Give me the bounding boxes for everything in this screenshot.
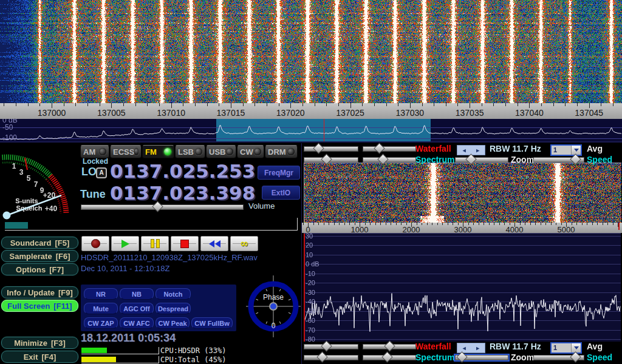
waterfall-brightness-slider[interactable] bbox=[304, 344, 358, 349]
s-meter-scale-label: +40 bbox=[45, 204, 58, 213]
mode-button-cw[interactable]: CW bbox=[237, 145, 264, 158]
dsp-button-notch[interactable]: Notch bbox=[156, 288, 191, 300]
scale-tick bbox=[39, 103, 40, 106]
avg-label: Avg bbox=[587, 144, 603, 153]
cpu-hdsdr-label: CPU:HDSDR (33%) bbox=[160, 346, 226, 355]
spectrum-brightness-slider[interactable] bbox=[304, 157, 358, 163]
speed-slider[interactable] bbox=[533, 157, 584, 163]
mode-button-lsb[interactable]: LSB bbox=[175, 145, 205, 158]
audio-waterfall-display[interactable] bbox=[304, 163, 621, 223]
rf-waterfall-display[interactable] bbox=[0, 0, 622, 103]
speed-slider[interactable] bbox=[533, 355, 584, 360]
slider-thumb[interactable] bbox=[384, 340, 395, 351]
mode-button-am[interactable]: AM bbox=[80, 145, 109, 158]
scale-tick bbox=[553, 103, 554, 106]
dsp-button-cw-peak[interactable]: CW Peak bbox=[156, 317, 190, 329]
sidebar-button-key: [F3] bbox=[51, 339, 66, 348]
dropdown-arrow-button[interactable] bbox=[571, 343, 581, 352]
spectrum-label: Spectrum bbox=[415, 352, 455, 362]
sidebar-button-options[interactable]: Options[F7] bbox=[1, 263, 78, 275]
arrow-left-icon[interactable]: ◄ bbox=[462, 345, 467, 351]
mode-button-drm[interactable]: DRM bbox=[265, 145, 298, 158]
spectrum-contrast-slider[interactable] bbox=[363, 157, 416, 163]
dsp-button-mute[interactable]: Mute bbox=[84, 303, 118, 314]
waterfall-brightness-slider[interactable] bbox=[304, 146, 358, 152]
lock-a-badge[interactable]: A bbox=[96, 167, 107, 178]
arrow-left-icon[interactable]: ◄ bbox=[462, 147, 467, 153]
pause-icon bbox=[151, 239, 160, 248]
mode-button-fm[interactable]: FM bbox=[142, 145, 174, 158]
avg-dropdown[interactable]: 1 bbox=[550, 342, 582, 354]
zoom-slider[interactable] bbox=[455, 157, 508, 163]
dropdown-arrow-button[interactable] bbox=[571, 146, 581, 155]
stop-button[interactable] bbox=[171, 236, 199, 251]
waterfall-contrast-slider[interactable] bbox=[363, 146, 416, 152]
spectrum-brightness-slider[interactable] bbox=[304, 355, 358, 360]
mode-button-usb[interactable]: USB bbox=[206, 145, 236, 158]
sidebar-button-full-screen[interactable]: Full Screen[F11] bbox=[1, 300, 78, 312]
slider-thumb[interactable] bbox=[374, 143, 384, 153]
loop-button[interactable]: ∞ bbox=[230, 236, 258, 251]
mode-button-label: CW bbox=[240, 147, 253, 157]
dsp-button-agc-off[interactable]: AGC Off bbox=[120, 303, 154, 314]
recording-date: Dec 10, 2011 - 12:10:18Z bbox=[81, 264, 169, 273]
dsp-button-nr[interactable]: NR bbox=[84, 288, 118, 300]
mode-button-ecss[interactable]: ECSS bbox=[110, 145, 142, 158]
pause-button[interactable] bbox=[141, 236, 169, 251]
slider-thumb[interactable] bbox=[321, 340, 332, 351]
play-icon bbox=[121, 240, 129, 248]
scale-tick bbox=[489, 223, 490, 225]
avg-dropdown[interactable]: 1 bbox=[550, 144, 582, 156]
sidebar-button-label: Minimize bbox=[14, 339, 47, 348]
audio-spectrum-panel[interactable]: 3020100 dB-10-20-30-40-50-60-70-80 bbox=[304, 233, 621, 342]
slider-thumb[interactable] bbox=[313, 143, 324, 153]
sidebar-button-minimize[interactable]: Minimize[F3] bbox=[1, 337, 78, 349]
play-button[interactable] bbox=[111, 236, 139, 251]
scale-tick bbox=[339, 223, 340, 225]
scale-tick bbox=[601, 103, 601, 106]
zoom-slider[interactable] bbox=[455, 355, 508, 360]
sidebar-button-info-update[interactable]: Info / Update[F9] bbox=[1, 286, 78, 298]
dsp-button-cw-zap[interactable]: CW ZAP bbox=[84, 317, 118, 329]
arrow-right-icon[interactable]: ► bbox=[475, 345, 480, 351]
sidebar-button-samplerate[interactable]: Samplerate[F6] bbox=[1, 250, 78, 262]
audio-frequency-scale[interactable]: 010002000300040005000 bbox=[302, 223, 622, 233]
dsp-button-cw-afc[interactable]: CW AFC bbox=[120, 317, 154, 329]
spectrum-contrast-slider[interactable] bbox=[363, 355, 416, 360]
tune-cursor-line[interactable] bbox=[324, 119, 324, 141]
scale-tick bbox=[87, 103, 88, 106]
db-label: -80 bbox=[306, 335, 315, 342]
sidebar-button-exit[interactable]: Exit[F4] bbox=[1, 351, 78, 363]
dsp-button-panel: NRNBNotchMuteAGC OffDespreadCW ZAPCW AFC… bbox=[81, 285, 236, 331]
record-button[interactable] bbox=[81, 236, 109, 251]
scale-tick bbox=[324, 223, 324, 225]
tune-frequency-display[interactable]: 0137.023.398 bbox=[110, 182, 255, 204]
scale-tick bbox=[587, 223, 587, 225]
locked-label: Locked bbox=[83, 157, 108, 166]
db-label: -40 bbox=[306, 298, 315, 305]
freqmgr-button[interactable]: FreqMgr bbox=[258, 166, 300, 180]
rf-frequency-scale[interactable]: 1370001370051370101370151370201370251370… bbox=[0, 103, 622, 119]
rf-spectrum-panel[interactable]: 0 dB-50-100 bbox=[0, 119, 622, 143]
dsp-button-cw-fullbw[interactable]: CW FullBw bbox=[191, 317, 233, 329]
control-panel: 13579+20+40S-unitsSquelch Soundcard[F5]S… bbox=[0, 143, 622, 364]
audio-spectrum-trace bbox=[304, 234, 621, 342]
frequency-tick-label: 137000 bbox=[30, 108, 73, 118]
extio-button[interactable]: ExtIO bbox=[262, 186, 300, 200]
waterfall-contrast-slider[interactable] bbox=[363, 344, 416, 349]
arrow-right-icon[interactable]: ► bbox=[475, 147, 480, 153]
datetime-display: 18.12.2011 0:05:34 bbox=[81, 332, 176, 345]
rewind-button[interactable] bbox=[200, 236, 228, 251]
slider-thumb[interactable] bbox=[456, 351, 467, 362]
scale-tick bbox=[541, 103, 542, 106]
dsp-button-nb[interactable]: NB bbox=[120, 288, 154, 300]
sidebar-button-key: [F11] bbox=[53, 302, 72, 311]
lo-frequency-display[interactable]: 0137.025.253 bbox=[110, 160, 255, 182]
dsp-button-despread[interactable]: Despread bbox=[156, 303, 191, 314]
slider-thumb[interactable] bbox=[381, 351, 392, 362]
volume-slider[interactable] bbox=[81, 204, 244, 210]
scale-tick bbox=[28, 103, 29, 106]
sidebar-button-soundcard[interactable]: Soundcard[F5] bbox=[1, 237, 78, 249]
cpu-total-label: CPU:Total (45%) bbox=[160, 356, 226, 364]
slider-thumb[interactable] bbox=[316, 351, 327, 362]
